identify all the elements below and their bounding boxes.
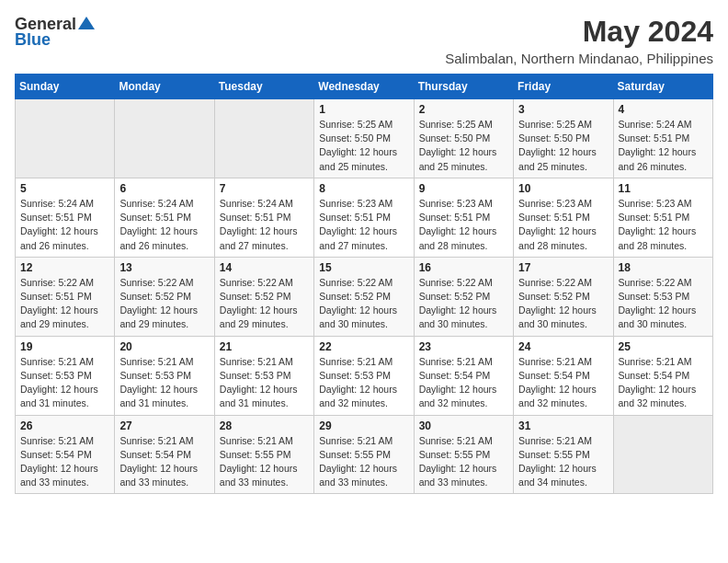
calendar-week-3: 12Sunrise: 5:22 AMSunset: 5:51 PMDayligh… [16, 257, 713, 336]
calendar-cell: 18Sunrise: 5:22 AMSunset: 5:53 PMDayligh… [613, 257, 712, 336]
day-number: 31 [518, 419, 608, 432]
calendar-cell: 16Sunrise: 5:22 AMSunset: 5:52 PMDayligh… [414, 257, 513, 336]
day-number: 14 [220, 261, 309, 274]
col-thursday: Thursday [414, 75, 513, 99]
calendar-cell: 7Sunrise: 5:24 AMSunset: 5:51 PMDaylight… [214, 178, 313, 257]
day-info: Sunrise: 5:24 AMSunset: 5:51 PMDaylight:… [619, 118, 708, 174]
calendar-cell: 17Sunrise: 5:22 AMSunset: 5:52 PMDayligh… [514, 257, 613, 336]
day-number: 1 [319, 103, 408, 116]
day-number: 8 [319, 182, 408, 195]
day-number: 15 [319, 261, 408, 274]
day-info: Sunrise: 5:21 AMSunset: 5:54 PMDaylight:… [518, 355, 608, 411]
day-info: Sunrise: 5:23 AMSunset: 5:51 PMDaylight:… [619, 197, 708, 253]
day-info: Sunrise: 5:21 AMSunset: 5:53 PMDaylight:… [220, 355, 309, 411]
month-year: May 2024 [445, 15, 713, 49]
calendar-cell: 26Sunrise: 5:21 AMSunset: 5:54 PMDayligh… [16, 415, 115, 494]
day-info: Sunrise: 5:21 AMSunset: 5:53 PMDaylight:… [20, 355, 109, 411]
day-info: Sunrise: 5:21 AMSunset: 5:55 PMDaylight:… [220, 434, 309, 490]
calendar-cell: 6Sunrise: 5:24 AMSunset: 5:51 PMDaylight… [115, 178, 214, 257]
day-number: 3 [518, 103, 608, 116]
calendar-cell: 30Sunrise: 5:21 AMSunset: 5:55 PMDayligh… [414, 415, 513, 494]
calendar-cell: 29Sunrise: 5:21 AMSunset: 5:55 PMDayligh… [314, 415, 414, 494]
day-info: Sunrise: 5:21 AMSunset: 5:53 PMDaylight:… [319, 355, 408, 411]
header-row: Sunday Monday Tuesday Wednesday Thursday… [16, 75, 713, 99]
calendar-week-2: 5Sunrise: 5:24 AMSunset: 5:51 PMDaylight… [16, 178, 713, 257]
day-number: 28 [220, 419, 309, 432]
day-number: 27 [119, 419, 209, 432]
calendar-cell: 13Sunrise: 5:22 AMSunset: 5:52 PMDayligh… [115, 257, 214, 336]
calendar-cell: 5Sunrise: 5:24 AMSunset: 5:51 PMDaylight… [16, 178, 115, 257]
col-friday: Friday [514, 75, 613, 99]
day-info: Sunrise: 5:23 AMSunset: 5:51 PMDaylight:… [319, 197, 408, 253]
day-number: 6 [119, 182, 209, 195]
calendar-cell: 1Sunrise: 5:25 AMSunset: 5:50 PMDaylight… [314, 99, 414, 178]
day-number: 18 [619, 261, 708, 274]
calendar-cell: 31Sunrise: 5:21 AMSunset: 5:55 PMDayligh… [514, 415, 613, 494]
day-info: Sunrise: 5:22 AMSunset: 5:52 PMDaylight:… [319, 276, 408, 332]
svg-marker-0 [78, 17, 95, 29]
calendar-cell: 27Sunrise: 5:21 AMSunset: 5:54 PMDayligh… [115, 415, 214, 494]
day-info: Sunrise: 5:23 AMSunset: 5:51 PMDaylight:… [518, 197, 608, 253]
col-saturday: Saturday [613, 75, 712, 99]
day-info: Sunrise: 5:21 AMSunset: 5:54 PMDaylight:… [20, 434, 109, 490]
day-info: Sunrise: 5:21 AMSunset: 5:54 PMDaylight:… [619, 355, 708, 411]
logo-blue-text: Blue [15, 30, 51, 50]
day-info: Sunrise: 5:21 AMSunset: 5:54 PMDaylight:… [119, 434, 209, 490]
day-info: Sunrise: 5:24 AMSunset: 5:51 PMDaylight:… [119, 197, 209, 253]
calendar-cell: 25Sunrise: 5:21 AMSunset: 5:54 PMDayligh… [613, 336, 712, 415]
calendar-cell [115, 99, 214, 178]
day-number: 7 [220, 182, 309, 195]
calendar-week-1: 1Sunrise: 5:25 AMSunset: 5:50 PMDaylight… [16, 99, 713, 178]
calendar-header: Sunday Monday Tuesday Wednesday Thursday… [16, 75, 713, 99]
logo-icon [78, 15, 95, 31]
title-area: May 2024 Salimbalan, Northern Mindanao, … [445, 15, 713, 66]
calendar-cell: 21Sunrise: 5:21 AMSunset: 5:53 PMDayligh… [214, 336, 313, 415]
col-tuesday: Tuesday [214, 75, 313, 99]
calendar-cell [214, 99, 313, 178]
day-number: 19 [20, 340, 109, 353]
calendar-cell: 10Sunrise: 5:23 AMSunset: 5:51 PMDayligh… [514, 178, 613, 257]
day-info: Sunrise: 5:21 AMSunset: 5:55 PMDaylight:… [419, 434, 508, 490]
day-info: Sunrise: 5:25 AMSunset: 5:50 PMDaylight:… [419, 118, 508, 174]
day-info: Sunrise: 5:22 AMSunset: 5:53 PMDaylight:… [619, 276, 708, 332]
calendar-cell: 11Sunrise: 5:23 AMSunset: 5:51 PMDayligh… [613, 178, 712, 257]
day-number: 29 [319, 419, 408, 432]
day-number: 9 [419, 182, 508, 195]
day-info: Sunrise: 5:24 AMSunset: 5:51 PMDaylight:… [20, 197, 109, 253]
calendar-cell: 22Sunrise: 5:21 AMSunset: 5:53 PMDayligh… [314, 336, 414, 415]
day-info: Sunrise: 5:21 AMSunset: 5:55 PMDaylight:… [518, 434, 608, 490]
day-info: Sunrise: 5:25 AMSunset: 5:50 PMDaylight:… [319, 118, 408, 174]
logo: General Blue [15, 15, 95, 50]
day-number: 2 [419, 103, 508, 116]
calendar-cell: 14Sunrise: 5:22 AMSunset: 5:52 PMDayligh… [214, 257, 313, 336]
day-number: 26 [20, 419, 109, 432]
day-info: Sunrise: 5:22 AMSunset: 5:51 PMDaylight:… [20, 276, 109, 332]
day-number: 11 [619, 182, 708, 195]
calendar-cell: 23Sunrise: 5:21 AMSunset: 5:54 PMDayligh… [414, 336, 513, 415]
day-number: 12 [20, 261, 109, 274]
day-number: 20 [119, 340, 209, 353]
calendar-body: 1Sunrise: 5:25 AMSunset: 5:50 PMDaylight… [16, 99, 713, 494]
calendar-cell: 28Sunrise: 5:21 AMSunset: 5:55 PMDayligh… [214, 415, 313, 494]
col-wednesday: Wednesday [314, 75, 414, 99]
calendar-cell: 4Sunrise: 5:24 AMSunset: 5:51 PMDaylight… [613, 99, 712, 178]
calendar-cell: 8Sunrise: 5:23 AMSunset: 5:51 PMDaylight… [314, 178, 414, 257]
day-number: 30 [419, 419, 508, 432]
location: Salimbalan, Northern Mindanao, Philippin… [445, 51, 713, 66]
calendar-cell [613, 415, 712, 494]
day-number: 24 [518, 340, 608, 353]
calendar-cell [16, 99, 115, 178]
day-number: 17 [518, 261, 608, 274]
calendar-cell: 3Sunrise: 5:25 AMSunset: 5:50 PMDaylight… [514, 99, 613, 178]
day-info: Sunrise: 5:21 AMSunset: 5:53 PMDaylight:… [119, 355, 209, 411]
day-number: 25 [619, 340, 708, 353]
day-number: 10 [518, 182, 608, 195]
day-info: Sunrise: 5:24 AMSunset: 5:51 PMDaylight:… [220, 197, 309, 253]
calendar-week-5: 26Sunrise: 5:21 AMSunset: 5:54 PMDayligh… [16, 415, 713, 494]
calendar-cell: 19Sunrise: 5:21 AMSunset: 5:53 PMDayligh… [16, 336, 115, 415]
day-number: 23 [419, 340, 508, 353]
calendar-cell: 9Sunrise: 5:23 AMSunset: 5:51 PMDaylight… [414, 178, 513, 257]
calendar-table: Sunday Monday Tuesday Wednesday Thursday… [15, 74, 713, 494]
day-info: Sunrise: 5:25 AMSunset: 5:50 PMDaylight:… [518, 118, 608, 174]
calendar-cell: 12Sunrise: 5:22 AMSunset: 5:51 PMDayligh… [16, 257, 115, 336]
